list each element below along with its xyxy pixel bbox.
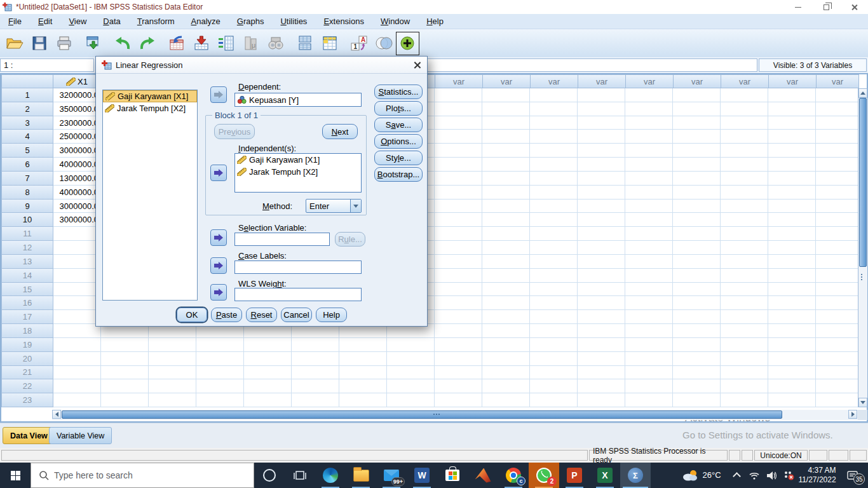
row-header[interactable]: 10 xyxy=(1,212,53,227)
cell-x1[interactable]: 3500000.0 xyxy=(53,102,101,116)
meet-now-button[interactable] xyxy=(780,463,797,488)
column-header-var[interactable]: var xyxy=(435,74,483,88)
print-button[interactable] xyxy=(51,31,76,55)
cell-x1[interactable]: 3200000.0 xyxy=(53,88,101,102)
network-button[interactable] xyxy=(746,463,763,488)
cell-x1[interactable]: 2300000.0 xyxy=(53,116,101,130)
scroll-left-button[interactable] xyxy=(52,410,61,419)
scroll-down-button[interactable] xyxy=(858,398,867,407)
empty-cells[interactable] xyxy=(101,393,859,407)
row-header[interactable]: 23 xyxy=(1,393,53,407)
style-button[interactable]: Style... xyxy=(374,151,423,165)
start-button[interactable] xyxy=(0,463,31,488)
cell-x1[interactable] xyxy=(53,310,101,324)
row-header[interactable]: 22 xyxy=(1,379,53,393)
row-header[interactable]: 17 xyxy=(1,309,53,324)
source-variable-item[interactable]: Jarak Tempuh [X2] xyxy=(103,102,197,114)
row-header[interactable]: 7 xyxy=(1,171,53,186)
taskbar-file-explorer[interactable] xyxy=(346,463,376,488)
cell-x1[interactable] xyxy=(53,296,101,310)
statistics-button[interactable]: Statistics... xyxy=(374,85,423,99)
recall-dialogs-button[interactable] xyxy=(81,31,105,55)
dependent-field[interactable]: Kepuasan [Y] xyxy=(234,93,362,107)
taskbar-search[interactable] xyxy=(31,463,254,488)
menu-analyze[interactable]: Analyze xyxy=(183,15,229,28)
corner-header-cell[interactable] xyxy=(1,74,53,88)
value-labels-button[interactable]: A1 xyxy=(346,31,371,55)
row-header[interactable]: 8 xyxy=(1,185,53,200)
options-button[interactable]: Options... xyxy=(374,134,423,149)
help-button[interactable]: Help xyxy=(316,308,347,322)
cell-x1[interactable] xyxy=(53,393,101,407)
tab-data-view[interactable]: Data View xyxy=(3,427,55,444)
vertical-scroll-thumb[interactable] xyxy=(859,98,867,267)
minimize-button[interactable] xyxy=(784,1,812,13)
close-button[interactable] xyxy=(840,1,868,13)
bootstrap-button[interactable]: Bootstrap... xyxy=(374,167,423,182)
cell-x1[interactable] xyxy=(53,338,101,352)
taskbar-word[interactable]: W xyxy=(407,463,437,488)
independent-variable-item[interactable]: Gaji Karyawan [X1] xyxy=(235,154,361,166)
menu-help[interactable]: Help xyxy=(418,15,452,28)
save-button[interactable] xyxy=(27,31,51,55)
cell-x1[interactable]: 4000000.0 xyxy=(53,158,101,172)
search-input[interactable] xyxy=(54,470,226,480)
cell-x1[interactable] xyxy=(53,255,101,269)
selection-variable-field[interactable] xyxy=(234,233,330,246)
row-header[interactable]: 20 xyxy=(1,351,53,366)
variables-button[interactable] xyxy=(214,31,238,55)
taskbar-whatsapp[interactable]: 2 xyxy=(529,463,559,488)
row-header[interactable]: 21 xyxy=(1,365,53,380)
descriptive-statistics-button[interactable]: μ xyxy=(238,31,263,55)
method-dropdown[interactable]: Enter xyxy=(306,199,362,213)
row-header[interactable]: 3 xyxy=(1,116,53,130)
source-variables-list[interactable]: Gaji Karyawan [X1] Jarak Tempuh [X2] xyxy=(102,90,198,301)
cell-reference[interactable]: 1 : xyxy=(0,58,94,72)
tray-expand-button[interactable] xyxy=(728,463,745,488)
column-header-var[interactable]: var xyxy=(673,74,721,88)
volume-button[interactable] xyxy=(763,463,780,488)
menu-file[interactable]: File xyxy=(0,15,30,28)
rule-button[interactable]: Rule... xyxy=(335,232,365,247)
cell-x1[interactable]: 3000000.0 xyxy=(53,213,101,227)
pane-splitter-handle[interactable] xyxy=(433,414,440,415)
column-header-x1[interactable]: X1 xyxy=(53,74,101,88)
split-file-button[interactable] xyxy=(292,31,317,55)
move-selection-button[interactable] xyxy=(210,229,227,246)
wls-weight-field[interactable] xyxy=(234,288,362,301)
row-header[interactable]: 6 xyxy=(1,157,53,172)
independent-variable-item[interactable]: Jarak Tempuh [X2] xyxy=(235,166,361,178)
show-all-variables-button[interactable] xyxy=(396,32,419,55)
row-header[interactable]: 19 xyxy=(1,337,53,352)
cell-x1[interactable]: 3000000.0 xyxy=(53,144,101,158)
source-variable-item[interactable]: Gaji Karyawan [X1] xyxy=(103,90,197,102)
vertical-scrollbar[interactable] xyxy=(858,88,867,407)
independents-list[interactable]: Gaji Karyawan [X1] Jarak Tempuh [X2] xyxy=(234,153,362,193)
menu-transform[interactable]: Transform xyxy=(129,15,183,28)
dialog-close-icon[interactable] xyxy=(413,61,421,69)
ok-button[interactable]: OK xyxy=(177,308,207,322)
column-header-var[interactable]: var xyxy=(578,74,626,88)
redo-button[interactable] xyxy=(135,31,159,55)
row-header[interactable]: 13 xyxy=(1,254,53,269)
open-data-button[interactable] xyxy=(2,31,27,55)
column-header-var[interactable]: var xyxy=(816,74,859,88)
taskbar-store[interactable] xyxy=(437,463,468,488)
column-header-var[interactable]: var xyxy=(482,74,531,88)
case-labels-field[interactable] xyxy=(234,261,362,274)
reset-button[interactable]: Reset xyxy=(246,308,277,322)
taskbar-mail[interactable]: 99+ xyxy=(376,463,407,488)
find-button[interactable] xyxy=(263,31,288,55)
column-header-var[interactable]: var xyxy=(721,74,769,88)
horizontal-scrollbar[interactable] xyxy=(52,410,858,420)
cortana-button[interactable] xyxy=(254,463,285,488)
menu-utilities[interactable]: Utilities xyxy=(272,15,315,28)
menu-data[interactable]: Data xyxy=(95,15,128,28)
cell-x1[interactable] xyxy=(53,227,101,241)
move-wls-button[interactable] xyxy=(210,284,227,301)
pane-splitter-handle[interactable] xyxy=(861,274,862,280)
use-variable-sets-button[interactable] xyxy=(371,31,396,55)
row-header[interactable]: 1 xyxy=(1,88,53,102)
taskbar-powerpoint[interactable]: P xyxy=(559,463,590,488)
cell-x1[interactable]: 3000000.0 xyxy=(53,200,101,214)
